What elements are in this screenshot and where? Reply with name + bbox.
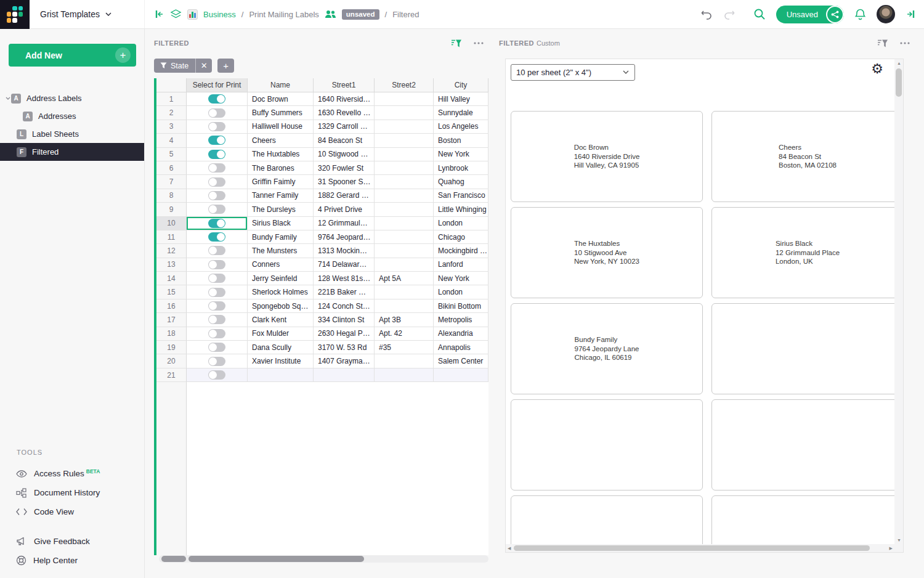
sort-filter-icon[interactable] (451, 39, 462, 48)
workspace-selector[interactable]: Grist Templates (30, 0, 145, 28)
print-toggle[interactable] (208, 191, 225, 200)
street1-cell[interactable]: 124 Conch St… (314, 299, 375, 313)
street2-cell[interactable] (375, 354, 434, 368)
street1-cell[interactable]: 12 Grimmaul… (314, 217, 375, 230)
select-for-print-cell[interactable] (187, 244, 248, 258)
unsaved-button[interactable]: Unsaved (776, 6, 844, 23)
chevron-down-icon[interactable] (0, 97, 11, 100)
name-cell[interactable]: Fox Mulder (248, 327, 314, 341)
section-menu-icon[interactable] (900, 42, 910, 44)
city-cell[interactable]: Metropolis (434, 313, 488, 327)
name-cell[interactable]: Bundy Family (248, 230, 314, 244)
city-cell[interactable]: New York (434, 272, 488, 285)
city-cell[interactable]: Boston (434, 134, 488, 147)
table-horizontal-scrollbar[interactable] (159, 555, 488, 563)
select-for-print-cell[interactable] (187, 189, 248, 203)
name-cell[interactable]: Griffin Faimly (248, 175, 314, 189)
select-for-print-cell[interactable] (187, 148, 248, 161)
print-toggle[interactable] (208, 274, 225, 283)
sidebar-item-code-view[interactable]: Code View (0, 502, 144, 521)
street2-cell[interactable] (375, 299, 434, 313)
street2-cell[interactable] (375, 244, 434, 258)
select-for-print-cell[interactable] (187, 175, 248, 189)
city-cell[interactable]: London (434, 217, 488, 230)
print-toggle[interactable] (208, 329, 225, 338)
street2-cell[interactable] (375, 120, 434, 134)
select-for-print-cell[interactable] (187, 341, 248, 354)
breadcrumb-site[interactable]: Business (203, 10, 236, 19)
city-cell[interactable]: London (434, 285, 488, 299)
street1-cell[interactable]: 221B Baker … (314, 285, 375, 299)
section-menu-icon[interactable] (474, 42, 484, 44)
name-cell[interactable]: Conners (248, 258, 314, 272)
sidebar-item-give-feedback[interactable]: Give Feedback (0, 532, 144, 551)
undo-icon[interactable] (700, 9, 713, 20)
name-cell[interactable]: The Huxtables (248, 148, 314, 161)
select-for-print-cell[interactable] (187, 217, 248, 230)
city-cell[interactable]: Salem Center (434, 354, 488, 368)
name-cell[interactable]: Dana Scully (248, 341, 314, 354)
city-cell[interactable]: Sunnydale (434, 106, 488, 120)
city-cell[interactable] (434, 368, 488, 382)
name-cell[interactable]: Jerry Seinfeld (248, 272, 314, 285)
city-cell[interactable]: Quahog (434, 175, 488, 189)
row-number[interactable]: 17 (156, 313, 187, 327)
print-toggle[interactable] (208, 288, 225, 297)
select-for-print-cell[interactable] (187, 92, 248, 106)
sidebar-item-document-history[interactable]: Document History (0, 483, 144, 502)
row-number[interactable]: 16 (156, 299, 187, 313)
select-for-print-cell[interactable] (187, 285, 248, 299)
column-header-name[interactable]: Name (248, 78, 314, 92)
name-cell[interactable]: The Barones (248, 161, 314, 175)
name-cell[interactable]: Sherlock Holmes (248, 285, 314, 299)
print-toggle[interactable] (208, 108, 225, 118)
street2-cell[interactable] (375, 189, 434, 203)
street2-cell[interactable] (375, 134, 434, 147)
scroll-right-arrow[interactable]: ▶ (890, 546, 893, 551)
sheet-format-select[interactable]: 10 per sheet (2" x 4") (511, 64, 635, 81)
name-cell[interactable]: Cheers (248, 134, 314, 147)
print-toggle[interactable] (208, 343, 225, 352)
layers-icon[interactable] (170, 9, 182, 19)
print-toggle[interactable] (208, 301, 225, 311)
select-for-print-cell[interactable] (187, 272, 248, 285)
street1-cell[interactable]: 1329 Carroll … (314, 120, 375, 134)
name-cell[interactable]: The Dursleys (248, 203, 314, 216)
print-toggle[interactable] (208, 260, 225, 269)
widget-horizontal-scrollbar[interactable]: ◀ ▶ (506, 544, 894, 552)
select-for-print-cell[interactable] (187, 368, 248, 382)
scroll-up-arrow[interactable]: ▲ (897, 61, 901, 65)
street1-cell[interactable]: 84 Beacon St (314, 134, 375, 147)
select-for-print-cell[interactable] (187, 161, 248, 175)
sidebar-item-help-center[interactable]: Help Center (0, 551, 144, 570)
city-cell[interactable]: Lynbrook (434, 161, 488, 175)
street1-cell[interactable]: 320 Fowler St (314, 161, 375, 175)
row-number[interactable]: 10 (156, 217, 187, 230)
name-cell[interactable]: Doc Brown (248, 92, 314, 106)
city-cell[interactable]: Little Whinging (434, 203, 488, 216)
street2-cell[interactable]: Apt 5A (375, 272, 434, 285)
scrollbar-thumb[interactable] (896, 68, 902, 97)
name-cell[interactable]: Xavier Institute (248, 354, 314, 368)
select-for-print-cell[interactable] (187, 106, 248, 120)
breadcrumb-doc[interactable]: Print Mailing Labels (249, 10, 318, 19)
row-number-header[interactable] (156, 78, 187, 92)
street1-cell[interactable]: 334 Clinton St (314, 313, 375, 327)
remove-filter-icon[interactable]: ✕ (195, 59, 212, 73)
select-for-print-cell[interactable] (187, 230, 248, 244)
widget-vertical-scrollbar[interactable]: ▲ ▼ (894, 59, 903, 544)
share-icon[interactable] (826, 6, 844, 23)
street2-cell[interactable] (375, 285, 434, 299)
city-cell[interactable]: Annapolis (434, 341, 488, 354)
sidebar-item-filtered[interactable]: F Filtered (0, 143, 144, 161)
street2-cell[interactable] (375, 175, 434, 189)
name-cell[interactable]: Clark Kent (248, 313, 314, 327)
street2-cell[interactable] (375, 230, 434, 244)
scroll-left-arrow[interactable]: ◀ (508, 546, 511, 551)
print-toggle[interactable] (208, 219, 225, 228)
street2-cell[interactable] (375, 258, 434, 272)
street2-cell[interactable]: Apt 3B (375, 313, 434, 327)
column-header-city[interactable]: City (434, 78, 488, 92)
row-number[interactable]: 8 (156, 189, 187, 203)
select-for-print-cell[interactable] (187, 203, 248, 216)
